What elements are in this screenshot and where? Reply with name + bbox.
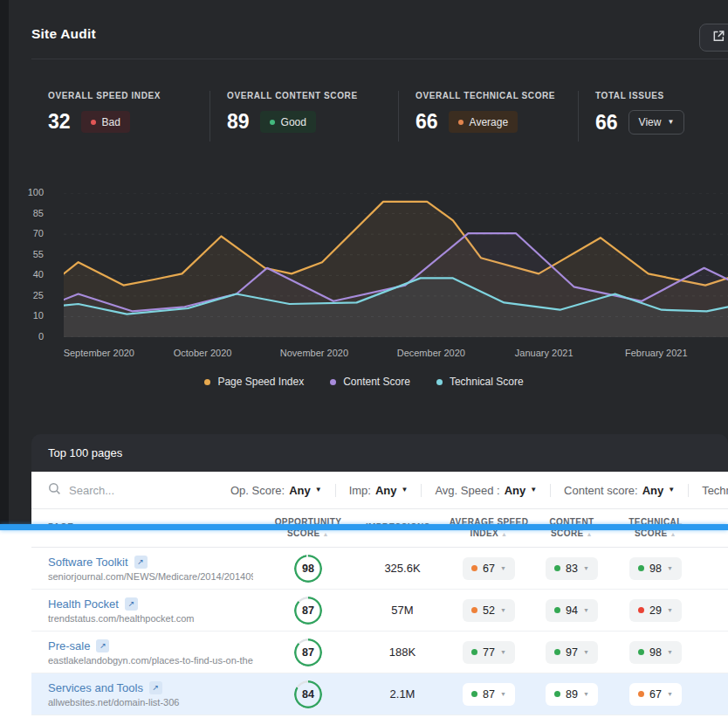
search-input[interactable] [69, 484, 217, 497]
blue-divider-bar[interactable] [0, 524, 728, 530]
y-axis-label: 10 [33, 310, 44, 321]
x-axis-label: October 2020 [174, 348, 232, 358]
technical-score-pill[interactable]: 98▼ [629, 557, 682, 580]
external-link-icon[interactable]: ↗ [96, 639, 109, 652]
y-axis-label: 40 [33, 269, 44, 280]
stat-value: 66 [416, 110, 438, 134]
impressions-value: 325.6K [384, 562, 420, 575]
content-score-pill[interactable]: 83▼ [546, 557, 598, 580]
technical-score-pill[interactable]: 67▼ [629, 683, 682, 706]
x-axis-label: February 2021 [625, 348, 688, 358]
site-audit-page: Site Audit Overall Speed Index 32 Bad Ov… [0, 0, 728, 718]
top-pages-table: Op. Score:Any▼ Imp:Any▼ Avg. Speed :Any▼… [31, 472, 728, 718]
page-url: trendstatus.com/healthpocket.com [48, 613, 253, 624]
page-title-link[interactable]: Health Pocket [48, 597, 119, 611]
speed-score-pill[interactable]: 67▼ [463, 557, 515, 580]
good-dot-icon [554, 691, 560, 697]
content-score-pill[interactable]: 89▼ [546, 683, 598, 706]
average-dot-icon [471, 607, 477, 613]
page-url: seniorjournal.com/NEWS/Medicare/2014/201… [48, 571, 253, 582]
chevron-down-icon: ▼ [667, 649, 673, 655]
opportunity-ring: 84 [294, 680, 322, 708]
sort-triangle-icon: ▲ [501, 531, 507, 537]
chevron-down-icon: ▼ [500, 649, 506, 655]
filter-avg-speed[interactable]: Avg. Speed :Any▼ [421, 484, 550, 497]
header-divider [31, 59, 728, 59]
white-margin [0, 530, 31, 718]
filter-technical-score[interactable]: Technical Score: [688, 484, 728, 497]
sort-triangle-icon: ▲ [587, 531, 593, 537]
stat-overall-technical-score: Overall Technical Score 66 Average [399, 84, 578, 148]
score-value: 67 [649, 688, 662, 701]
opportunity-value: 87 [302, 646, 314, 659]
content-score-pill[interactable]: 94▼ [546, 599, 598, 622]
y-axis-label: 0 [38, 331, 44, 342]
filter-op-score[interactable]: Op. Score:Any▼ [217, 484, 335, 497]
speed-score-pill[interactable]: 87▼ [463, 683, 515, 706]
score-value: 98 [649, 563, 662, 575]
stat-value: 89 [227, 110, 250, 134]
page-title-link[interactable]: Pre-sale [48, 639, 90, 652]
opportunity-ring: 98 [294, 555, 322, 583]
table-row: Software Toolkit↗seniorjournal.com/NEWS/… [31, 548, 728, 590]
page-title-link[interactable]: Software Toolkit [48, 556, 128, 569]
page-title: Site Audit [31, 26, 96, 42]
score-value: 83 [566, 563, 578, 575]
page-title-link[interactable]: Services and Tools [48, 681, 143, 694]
impressions-value: 2.1M [390, 687, 416, 701]
stat-value: 32 [48, 110, 71, 134]
export-button[interactable] [699, 24, 728, 52]
score-value: 98 [649, 646, 662, 659]
opportunity-value: 84 [302, 688, 314, 701]
average-dot-icon [638, 691, 644, 697]
stat-total-issues: Total Issues 66 View▼ [579, 84, 728, 148]
stat-overall-content-score: Overall Content Score 89 Good [210, 84, 398, 148]
chevron-down-icon: ▼ [500, 565, 506, 571]
chevron-down-icon: ▼ [530, 487, 537, 494]
y-axis-label: 55 [33, 249, 44, 259]
technical-score-pill[interactable]: 98▼ [629, 641, 682, 664]
filters: Op. Score:Any▼ Imp:Any▼ Avg. Speed :Any▼… [217, 484, 728, 497]
score-value: 29 [649, 604, 662, 617]
filter-content-score[interactable]: Content score:Any▼ [550, 484, 688, 497]
stat-overall-speed-index: Overall Speed Index 32 Bad [31, 84, 209, 148]
impressions-value: 188K [389, 646, 416, 659]
search-box[interactable] [48, 482, 217, 499]
score-value: 94 [566, 604, 578, 617]
y-axis-label: 25 [33, 290, 44, 300]
good-dot-icon [554, 649, 560, 655]
legend-item-page-speed-index: Page Speed Index [204, 376, 304, 388]
external-link-icon[interactable]: ↗ [125, 597, 138, 611]
external-link-icon[interactable]: ↗ [149, 681, 162, 694]
technical-score-pill[interactable]: 29▼ [629, 599, 682, 622]
x-axis-label: December 2020 [397, 348, 465, 358]
speed-score-pill[interactable]: 52▼ [463, 599, 515, 622]
x-axis-label: September 2020 [64, 348, 134, 358]
speed-score-pill[interactable]: 77▼ [463, 641, 515, 664]
page-cell: Pre-sale↗eastlakelandobgyn.com/places-to… [31, 639, 253, 666]
good-dot-icon [471, 691, 477, 697]
opportunity-value: 98 [302, 563, 314, 575]
chevron-down-icon: ▼ [667, 691, 673, 697]
stat-label: Overall Speed Index [48, 91, 209, 100]
sort-triangle-icon: ▲ [670, 531, 676, 537]
status-badge-good: Good [260, 111, 316, 133]
table-row: Health Pocket↗trendstatus.com/healthpock… [31, 590, 728, 632]
external-link-icon[interactable]: ↗ [134, 556, 148, 569]
content-score-pill[interactable]: 97▼ [546, 641, 598, 664]
average-dot-icon [471, 565, 477, 571]
stat-label: Total Issues [595, 91, 728, 100]
filter-impressions[interactable]: Imp:Any▼ [335, 484, 422, 497]
impressions-value: 57M [391, 604, 413, 617]
chart-legend: Page Speed Index Content Score Technical… [0, 376, 728, 388]
line-chart [64, 193, 728, 337]
chevron-down-icon: ▼ [583, 607, 589, 613]
total-issues-view-button[interactable]: View▼ [628, 110, 685, 135]
score-value: 87 [483, 688, 495, 701]
score-value: 52 [483, 604, 495, 617]
chevron-down-icon: ▼ [500, 607, 506, 613]
chevron-down-icon: ▼ [667, 565, 673, 571]
legend-dot-icon [436, 379, 443, 385]
page-cell: Software Toolkit↗seniorjournal.com/NEWS/… [31, 556, 253, 582]
good-dot-icon [554, 607, 560, 613]
